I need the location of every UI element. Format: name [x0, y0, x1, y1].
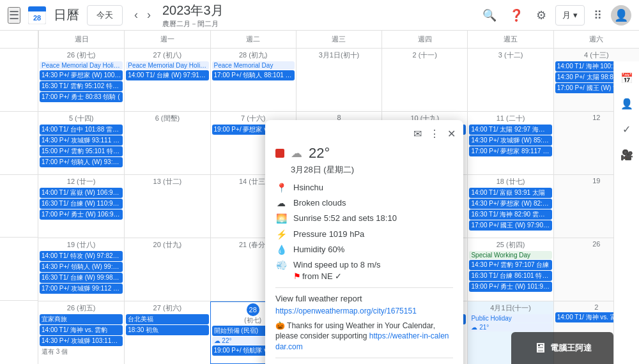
popup-sunrise: Sunrise 5:52 and sets 18:10 [293, 213, 453, 224]
view-selector[interactable]: 月 ▾ [555, 5, 585, 26]
day-cell: 5 (十四) 14:00 T1/ 台中 101:88 雷霆 (V 14:30 P… [38, 112, 124, 174]
day-cell: 6 (閏墾) [124, 112, 210, 174]
more-events-link[interactable]: 還有 3 個 [40, 347, 123, 357]
popup-thanks-row: 🎃 Thanks for using Weather in Your Calen… [275, 321, 453, 353]
event-chip[interactable]: Peace Memorial Day Holiday [40, 61, 123, 70]
event-chip[interactable]: 17:00 P+/ 夢想家 89:117 國王 [469, 146, 551, 156]
day-cell: 26 (初五) 宜家商旅 14:00 T1/ 海神 vs. 雲豹 14:30 P… [38, 301, 124, 364]
event-chip[interactable]: 台北美福 [126, 314, 208, 324]
event-chip[interactable]: Public Holiday [469, 314, 551, 322]
popup-color-dot [275, 149, 284, 158]
meet-button[interactable]: 🎥 [615, 143, 638, 166]
event-chip[interactable]: 17:00 P+/ 勇士 (W) 106:95 國 [40, 209, 123, 220]
prev-button[interactable]: ‹ [130, 6, 142, 24]
event-chip[interactable]: 宜家商旅 [40, 314, 123, 324]
event-chip[interactable]: 14:00 T1/ 富嶽 (W) 106:94 海 [40, 188, 123, 198]
popup-close-button[interactable]: ✕ [445, 125, 458, 142]
event-chip[interactable]: 14:30 P+/ 攻城獅 (W) 85:76 貓 [469, 135, 551, 146]
event-chip[interactable]: 14:00 T1/ 海神 vs. 雲豹 [40, 325, 123, 335]
weather-popup: ✉ ⋮ ✕ ☁ 22° 3月28日 (星期二) 📍 Hsinchu ☁ Brok… [265, 120, 463, 364]
event-chip[interactable]: 14:00 T1/ 台練 (W) 97:91 太原 [126, 70, 208, 80]
flag-icon: ⚑ [293, 271, 301, 282]
event-chip[interactable]: 16:30 T1/ 海神 82:90 雲豹 (W [469, 209, 551, 220]
event-chip[interactable]: 17:00 P+/ 勇士 80:83 領騎 ( [40, 92, 123, 102]
popup-humidity-row: 💧 Humidity 60% [275, 244, 453, 255]
event-chip[interactable]: 16:30 T1/ 台練 (W) 110:95 特 [40, 199, 123, 209]
search-button[interactable]: 🔍 [479, 4, 500, 26]
popup-more-button[interactable]: ⋮ [427, 125, 442, 142]
popup-report-row: View full weather report https://openwea… [275, 293, 453, 316]
today-button[interactable]: 今天 [87, 5, 123, 26]
chevron-down-icon: ▾ [573, 10, 578, 20]
popup-email-button[interactable]: ✉ [411, 125, 424, 142]
humidity-icon: 💧 [275, 245, 287, 255]
calendar: 週日 週一 週二 週三 週四 週五 週六 [0, 31, 639, 364]
event-chip[interactable]: 14:30 P+/ 領騎人 (W) 99:86 貓 [40, 262, 123, 272]
calendar-mini-button[interactable]: 📅 [615, 66, 638, 89]
event-chip[interactable]: 17:00 P+/ 攻城獅 99:112 勇士 [40, 284, 123, 294]
event-chip[interactable]: 16:30 T1/ 台練 86:101 特攻 ( [469, 271, 551, 281]
popup-weather-desc: Broken clouds [293, 197, 453, 209]
popup-location: Hsinchu [293, 182, 453, 193]
menu-button[interactable]: ☰ [8, 7, 20, 24]
pressure-icon: ⚡ [275, 229, 287, 239]
day-header-sun: 週日 [38, 31, 124, 48]
nav-arrows: ‹ › [130, 6, 155, 24]
day-header-thu: 週四 [381, 31, 467, 48]
day-cell: 3 (十二) [467, 49, 553, 111]
cloud-icon: ☁ [275, 198, 287, 208]
watermark: 🖥 電腦王阿達 [511, 332, 613, 364]
side-icons-panel: 📅 👤 ✓ 🎥 + [613, 61, 639, 364]
event-chip[interactable]: 14:30 P+/ 攻城獅 103:116 學士 [40, 336, 123, 346]
event-chip[interactable]: 14:00 T1/ 富嶽 93:91 太陽 [469, 188, 551, 198]
next-button[interactable]: › [143, 6, 155, 24]
event-chip[interactable]: Peace Memorial Day [212, 61, 295, 70]
event-chip[interactable]: 15:00 P+/ 雲豹 95:101 特攻 (V [40, 146, 123, 156]
event-chip[interactable]: 14:30 P+/ 夢想家 (W) 82:77 貓 [469, 199, 551, 209]
day-cell: 27 (初八) Peace Memorial Day Holiday 14:00… [124, 49, 210, 111]
day-cell: 3月1日(初十) [296, 49, 381, 111]
day-cell: 12 (廿一) 14:00 T1/ 富嶽 (W) 106:94 海 16:30 … [38, 175, 124, 238]
event-chip[interactable]: 17:00 P+/ 國王 (W) 97:90 勇士 [469, 220, 551, 231]
apps-grid-button[interactable]: ⠿ [590, 4, 606, 26]
location-icon: 📍 [275, 183, 287, 193]
help-button[interactable]: ❓ [505, 4, 527, 26]
day-headers: 週日 週一 週二 週三 週四 週五 週六 [0, 31, 639, 49]
event-chip[interactable]: Special Working Day [469, 251, 551, 259]
popup-report-link[interactable]: https://openweathermap.org/city/1675151 [275, 307, 417, 315]
tasks-button[interactable]: ✓ [615, 118, 638, 140]
settings-button[interactable]: ⚙ [532, 4, 550, 26]
event-chip[interactable]: 14:30 P+/ 攻城獅 93:111 夢想 [40, 135, 123, 146]
popup-report-text: View full weather report https://openwea… [275, 293, 453, 316]
event-chip[interactable]: 14:00 T1/ 台中 101:88 雷霆 (V [40, 125, 123, 135]
day-header-wed: 週三 [296, 31, 381, 48]
event-chip[interactable]: Peace Memorial Day Holiday [126, 61, 208, 70]
event-chip[interactable]: 18:30 初魚 [126, 325, 208, 335]
contacts-button[interactable]: 👤 [615, 92, 638, 115]
header-right: 🔍 ❓ ⚙ 月 ▾ ⠿ 👤 [479, 4, 631, 26]
watermark-text: 電腦王阿達 [550, 342, 592, 354]
popup-location-row: 📍 Hsinchu [275, 182, 453, 193]
popup-wind-row: 💨 Wind speed up to 8 m/s ⚑from NE ✓ [275, 259, 453, 282]
day-cell: 11 (二十) 14:00 T1/ 太陽 92:97 海神 (W 14:30 P… [467, 112, 553, 174]
week-col-label [0, 49, 38, 364]
popup-date: 3月28日 (星期二) [291, 164, 453, 176]
event-chip[interactable]: 17:00 P+/ 領騎人 (W) 93:63 貓 [40, 157, 123, 167]
wind-icon: 💨 [275, 260, 287, 270]
popup-header: ✉ ⋮ ✕ [265, 120, 463, 145]
event-chip[interactable]: 14:30 P+/ 夢想家 (W) 100:94 [40, 70, 123, 80]
event-chip[interactable]: 17:00 P+/ 領騎人 88:101 國王 [212, 70, 295, 80]
event-chip[interactable]: 14:00 T1/ 太陽 92:97 海神 (W [469, 125, 551, 135]
header-year-month: 2023年3月 [162, 2, 224, 19]
event-chip[interactable]: ☁ 21° [469, 323, 551, 331]
event-chip[interactable]: 16:30 T1/ 台練 (W) 99:98 雲 [40, 273, 123, 283]
day-cell: 18 (廿七) 14:00 T1/ 富嶽 93:91 太陽 14:30 P+/ … [467, 175, 553, 238]
header-left: ☰ 28 日曆 今天 ‹ › 2023年3月 農曆二月－閏二月 [8, 2, 224, 29]
day-header-mon: 週一 [124, 31, 210, 48]
avatar[interactable]: 👤 [611, 5, 631, 26]
event-chip[interactable]: 14:30 P+/ 雲豹 97:107 台練 [469, 260, 551, 270]
event-chip[interactable]: 14:00 T1/ 特攻 (W) 97:82 太陽 [40, 251, 123, 261]
event-chip[interactable]: 16:30 T1/ 雲豹 95:102 特攻 (V [40, 81, 123, 91]
event-chip[interactable]: 19:00 P+/ 勇士 (W) 101:95 領 [469, 282, 551, 292]
day-cell: 13 (廿二) [124, 175, 210, 238]
